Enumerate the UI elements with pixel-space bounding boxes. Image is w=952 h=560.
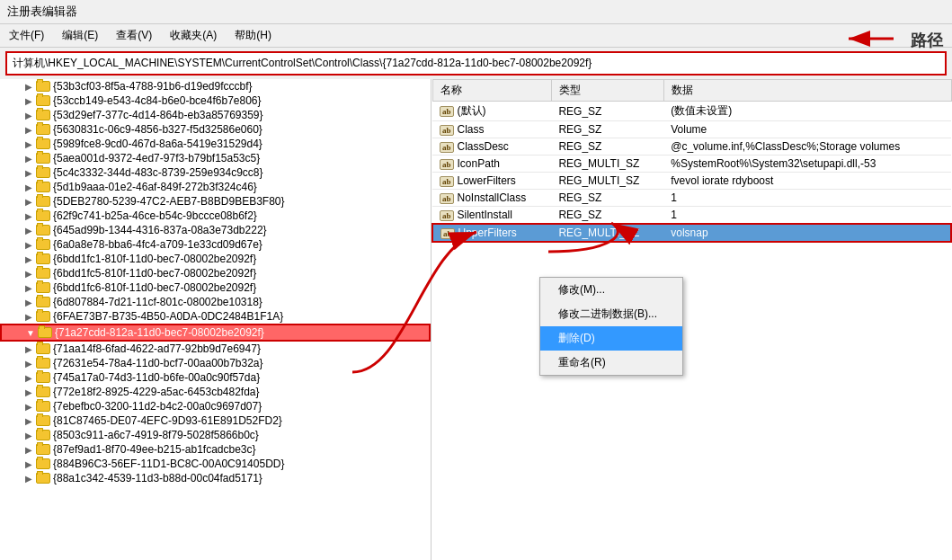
table-row[interactable]: abClassDescREG_SZ@c_volume.inf,%ClassDes… [432,138,951,156]
menu-view[interactable]: 查看(V) [111,26,157,45]
tree-item[interactable]: ▶{6d807884-7d21-11cf-801c-08002be10318} [0,295,431,309]
expand-arrow-icon[interactable]: ▶ [22,254,36,264]
menu-favorites[interactable]: 收藏夹(A) [165,26,222,45]
expand-arrow-icon[interactable]: ▶ [22,416,36,426]
col-data[interactable]: 数据 [663,80,951,102]
expand-arrow-icon[interactable]: ▶ [22,111,36,120]
context-menu-item-modify[interactable]: 修改(M)... [540,278,682,302]
tree-item-label: {87ef9ad1-8f70-49ee-b215-ab1fcadcbe3c} [53,443,256,456]
tree-item[interactable]: ▶{53d29ef7-377c-4d14-864b-eb3a85769359} [0,108,431,122]
folder-icon [36,343,50,354]
tree-item[interactable]: ▶{72631e54-78a4-11d0-bcf7-00aa00b7b32a} [0,356,431,370]
table-row[interactable]: abNoInstallClassREG_SZ1 [432,190,951,207]
expand-arrow-icon[interactable]: ▶ [22,125,36,135]
tree-item[interactable]: ▶{88a1c342-4539-11d3-b88d-00c04fad5171} [0,471,431,485]
tree-item[interactable]: ▶{884B96C3-56EF-11D1-BC8C-00A0C91405DD} [0,457,431,471]
tree-item[interactable]: ▶{53ccb149-e543-4c84-b6e0-bce4f6b7e806} [0,93,431,108]
expand-arrow-icon[interactable]: ▶ [22,283,36,293]
tree-item[interactable]: ▶{6FAE73B7-B735-4B50-A0DA-0DC2484B1F1A} [0,309,431,324]
reg-data-cell: 1 [663,207,951,225]
tree-item[interactable]: ▶{6a0a8e78-bba6-4fc4-a709-1e33cd09d67e} [0,237,431,252]
expand-arrow-icon[interactable]: ▶ [22,387,36,397]
folder-icon [36,372,50,383]
reg-type-cell: REG_SZ [551,138,663,156]
tree-item[interactable]: ▶{87ef9ad1-8f70-49ee-b215-ab1fcadcbe3c} [0,442,431,457]
expand-arrow-icon[interactable]: ▶ [22,459,36,469]
tree-item[interactable]: ▶{53b3cf03-8f5a-4788-91b6-d19ed9fcccbf} [0,79,431,93]
tree-item[interactable]: ▶{62f9c741-b25a-46ce-b54c-9bccce08b6f2} [0,209,431,223]
address-bar[interactable]: 计算机\HKEY_LOCAL_MACHINE\SYSTEM\CurrentCon… [5,51,947,76]
table-row[interactable]: abUpperFiltersREG_MULTI_SZvolsnap [432,224,951,242]
window-title: 注册表编辑器 [7,4,77,18]
tree-item[interactable]: ▶{772e18f2-8925-4229-a5ac-6453cb482fda} [0,385,431,399]
expand-arrow-icon[interactable]: ▶ [22,154,36,164]
tree-item[interactable]: ▶{6bdd1fc5-810f-11d0-bec7-08002be2092f} [0,266,431,280]
expand-arrow-icon[interactable]: ▶ [22,474,36,484]
reg-data-cell: fvevol iorate rdyboost [663,173,951,190]
expand-arrow-icon[interactable]: ▶ [22,82,36,92]
expand-arrow-icon[interactable]: ▶ [22,211,36,221]
registry-table: 名称 类型 数据 ab(默认)REG_SZ(数值未设置)abClassREG_S… [432,79,952,243]
title-bar: 注册表编辑器 [0,0,952,24]
col-type[interactable]: 类型 [551,80,663,102]
expand-arrow-icon[interactable]: ▶ [22,402,36,412]
tree-item[interactable]: ▶{5d1b9aaa-01e2-46af-849f-272b3f324c46} [0,180,431,194]
reg-type-icon: ab [440,106,454,117]
expand-arrow-icon[interactable]: ▶ [22,139,36,149]
reg-type-cell: REG_SZ [551,121,663,138]
expand-arrow-icon[interactable]: ▶ [22,96,36,106]
table-row[interactable]: abIconPathREG_MULTI_SZ%SystemRoot%\Syste… [432,156,951,173]
tree-item[interactable]: ▶{645ad99b-1344-4316-837a-08a3e73db222} [0,223,431,237]
right-panel[interactable]: 名称 类型 数据 ab(默认)REG_SZ(数值未设置)abClassREG_S… [432,79,952,560]
menu-help[interactable]: 帮助(H) [229,26,277,45]
expand-arrow-icon[interactable]: ▶ [22,344,36,354]
tree-item[interactable]: ▶{5DEB2780-5239-47C2-AEB7-B8BD9BEB3F80} [0,194,431,209]
tree-item[interactable]: ▼{71a27cdd-812a-11d0-bec7-08002be2092f} [0,324,431,342]
expand-arrow-icon[interactable]: ▶ [22,197,36,207]
expand-arrow-icon[interactable]: ▶ [22,168,36,178]
expand-arrow-icon[interactable]: ▶ [22,431,36,440]
expand-arrow-icon[interactable]: ▶ [22,312,36,322]
reg-type-icon: ab [440,159,454,170]
table-row[interactable]: ab(默认)REG_SZ(数值未设置) [432,102,951,121]
context-menu-item-rename[interactable]: 重命名(R) [540,351,682,375]
tree-panel[interactable]: ▶{53b3cf03-8f5a-4788-91b6-d19ed9fcccbf}▶… [0,79,432,560]
table-row[interactable]: abLowerFiltersREG_MULTI_SZfvevol iorate … [432,173,951,190]
expand-arrow-icon[interactable]: ▼ [23,328,38,338]
tree-item-label: {745a17a0-74d3-11d0-b6fe-00a0c90f57da} [53,371,260,384]
tree-item[interactable]: ▶{8503c911-a6c7-4919-8f79-5028f5866b0c} [0,428,431,442]
tree-item[interactable]: ▶{7ebefbc0-3200-11d2-b4c2-00a0c9697d07} [0,399,431,413]
table-row[interactable]: abSilentInstallREG_SZ1 [432,207,951,225]
tree-item[interactable]: ▶{5989fce8-9cd0-467d-8a6a-5419e31529d4} [0,137,431,151]
tree-item[interactable]: ▶{6bdd1fc6-810f-11d0-bec7-08002be2092f} [0,280,431,295]
tree-item-label: {6bdd1fc5-810f-11d0-bec7-08002be2092f} [53,267,256,280]
expand-arrow-icon[interactable]: ▶ [22,182,36,192]
menu-edit[interactable]: 编辑(E) [57,26,103,45]
tree-item[interactable]: ▶{5630831c-06c9-4856-b327-f5d32586e060} [0,122,431,137]
col-name[interactable]: 名称 [432,80,551,102]
expand-arrow-icon[interactable]: ▶ [22,373,36,383]
tree-item[interactable]: ▶{5c4c3332-344d-483c-8739-259e934c9cc8} [0,165,431,180]
context-menu-item-delete[interactable]: 删除(D) [540,326,682,351]
folder-icon [36,210,50,221]
table-row[interactable]: abClassREG_SZVolume [432,121,951,138]
menu-file[interactable]: 文件(F) [4,26,49,45]
folder-icon [36,253,50,264]
reg-data-cell: volsnap [663,224,951,242]
tree-item[interactable]: ▶{81C87465-DE07-4EFC-9D93-61E891D52FD2} [0,413,431,428]
expand-arrow-icon[interactable]: ▶ [22,226,36,236]
tree-item[interactable]: ▶{745a17a0-74d3-11d0-b6fe-00a0c90f57da} [0,370,431,385]
tree-item-label: {5d1b9aaa-01e2-46af-849f-272b3f324c46} [53,181,257,193]
context-menu-item-modify-binary[interactable]: 修改二进制数据(B)... [540,302,682,326]
expand-arrow-icon[interactable]: ▶ [22,445,36,455]
tree-item[interactable]: ▶{6bdd1fc1-810f-11d0-bec7-08002be2092f} [0,252,431,266]
tree-item-label: {8503c911-a6c7-4919-8f79-5028f5866b0c} [53,429,259,441]
reg-data-cell: 1 [663,190,951,207]
context-menu[interactable]: 修改(M)...修改二进制数据(B)...删除(D)重命名(R) [539,277,683,376]
expand-arrow-icon[interactable]: ▶ [22,269,36,279]
tree-item[interactable]: ▶{71aa14f8-6fad-4622-ad77-92bb9d7e6947} [0,342,431,356]
expand-arrow-icon[interactable]: ▶ [22,240,36,250]
tree-item[interactable]: ▶{5aea001d-9372-4ed7-97f3-b79bf15a53c5} [0,151,431,165]
expand-arrow-icon[interactable]: ▶ [22,359,36,369]
expand-arrow-icon[interactable]: ▶ [22,298,36,307]
